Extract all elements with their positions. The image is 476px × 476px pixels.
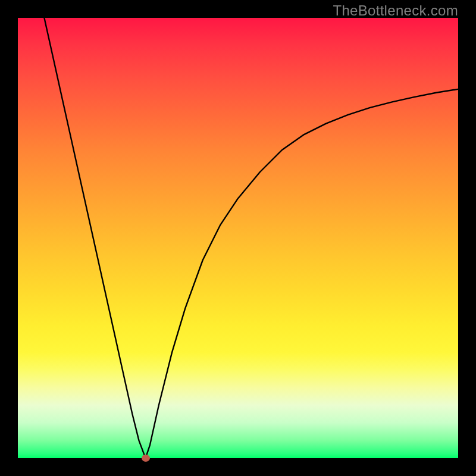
plot-area bbox=[18, 18, 458, 458]
watermark-text: TheBottleneck.com bbox=[333, 2, 458, 19]
bottleneck-curve bbox=[18, 18, 458, 458]
chart-frame: TheBottleneck.com bbox=[0, 0, 476, 476]
optimum-marker bbox=[142, 455, 150, 462]
